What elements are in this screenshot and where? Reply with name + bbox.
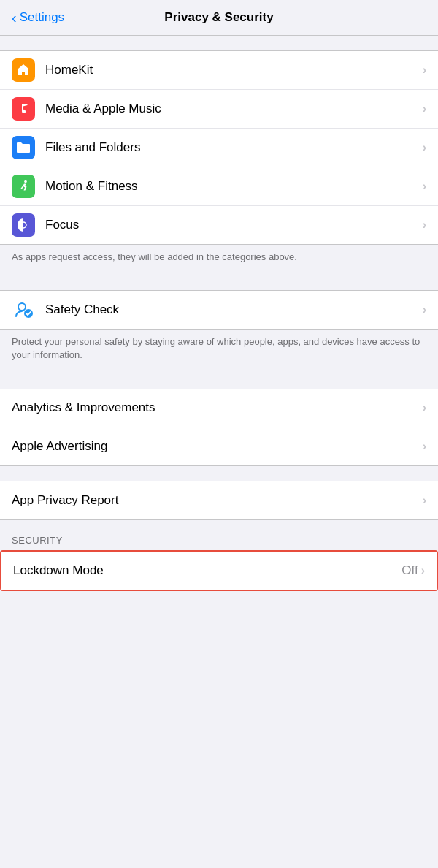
media-music-icon bbox=[12, 97, 35, 121]
motion-fitness-label: Motion & Fitness bbox=[45, 179, 423, 194]
files-folders-chevron-icon: › bbox=[423, 141, 426, 154]
app-privacy-report-label: App Privacy Report bbox=[12, 493, 423, 508]
focus-label: Focus bbox=[45, 218, 423, 232]
privacy-list: HomeKit › Media & Apple Music › Files an… bbox=[0, 50, 438, 245]
back-label: Settings bbox=[20, 10, 64, 25]
back-chevron-icon: ‹ bbox=[12, 10, 17, 25]
homekit-chevron-icon: › bbox=[423, 64, 426, 77]
security-section: SECURITY Lockdown Mode Off › bbox=[0, 535, 438, 591]
media-music-label: Media & Apple Music bbox=[45, 102, 423, 116]
page-title: Privacy & Security bbox=[164, 10, 273, 25]
homekit-item[interactable]: HomeKit › bbox=[0, 51, 438, 90]
focus-chevron-icon: › bbox=[423, 218, 426, 232]
safety-check-icon bbox=[12, 298, 35, 321]
focus-icon bbox=[12, 213, 35, 237]
safety-check-label: Safety Check bbox=[45, 302, 423, 317]
privacy-footer: As apps request access, they will be add… bbox=[0, 245, 438, 275]
apple-advertising-chevron-icon: › bbox=[423, 440, 426, 453]
analytics-chevron-icon: › bbox=[423, 401, 426, 414]
motion-fitness-icon bbox=[12, 175, 35, 198]
lockdown-mode-label: Lockdown Mode bbox=[13, 563, 402, 578]
motion-fitness-item[interactable]: Motion & Fitness › bbox=[0, 167, 438, 206]
safety-check-chevron-icon: › bbox=[423, 303, 426, 316]
homekit-label: HomeKit bbox=[45, 63, 423, 77]
privacy-section: HomeKit › Media & Apple Music › Files an… bbox=[0, 50, 438, 275]
analytics-section: Analytics & Improvements › Apple Adverti… bbox=[0, 389, 438, 466]
back-button[interactable]: ‹ Settings bbox=[12, 10, 64, 25]
safety-section: Safety Check › Protect your personal saf… bbox=[0, 290, 438, 373]
files-folders-label: Files and Folders bbox=[45, 140, 423, 155]
files-folders-icon bbox=[12, 136, 35, 159]
media-music-item[interactable]: Media & Apple Music › bbox=[0, 90, 438, 129]
security-section-header: SECURITY bbox=[0, 535, 438, 550]
app-privacy-section: App Privacy Report › bbox=[0, 481, 438, 520]
safety-list: Safety Check › bbox=[0, 290, 438, 330]
security-list: Lockdown Mode Off › bbox=[0, 550, 438, 591]
motion-fitness-chevron-icon: › bbox=[423, 180, 426, 193]
homekit-icon bbox=[12, 58, 35, 82]
apple-advertising-item[interactable]: Apple Advertising › bbox=[0, 427, 438, 465]
navigation-header: ‹ Settings Privacy & Security bbox=[0, 0, 438, 36]
analytics-list: Analytics & Improvements › Apple Adverti… bbox=[0, 389, 438, 466]
focus-item[interactable]: Focus › bbox=[0, 206, 438, 244]
analytics-label: Analytics & Improvements bbox=[12, 400, 423, 415]
svg-point-0 bbox=[24, 180, 27, 183]
app-privacy-report-item[interactable]: App Privacy Report › bbox=[0, 481, 438, 519]
apple-advertising-label: Apple Advertising bbox=[12, 439, 423, 454]
analytics-item[interactable]: Analytics & Improvements › bbox=[0, 389, 438, 427]
lockdown-mode-chevron-icon: › bbox=[421, 564, 425, 577]
svg-point-1 bbox=[18, 303, 26, 311]
lockdown-mode-value: Off bbox=[402, 563, 418, 578]
safety-footer: Protect your personal safety by staying … bbox=[0, 330, 438, 373]
media-music-chevron-icon: › bbox=[423, 102, 426, 115]
lockdown-mode-item[interactable]: Lockdown Mode Off › bbox=[1, 552, 437, 590]
app-privacy-report-chevron-icon: › bbox=[423, 494, 426, 507]
safety-check-item[interactable]: Safety Check › bbox=[0, 291, 438, 329]
files-folders-item[interactable]: Files and Folders › bbox=[0, 129, 438, 167]
app-privacy-list: App Privacy Report › bbox=[0, 481, 438, 520]
